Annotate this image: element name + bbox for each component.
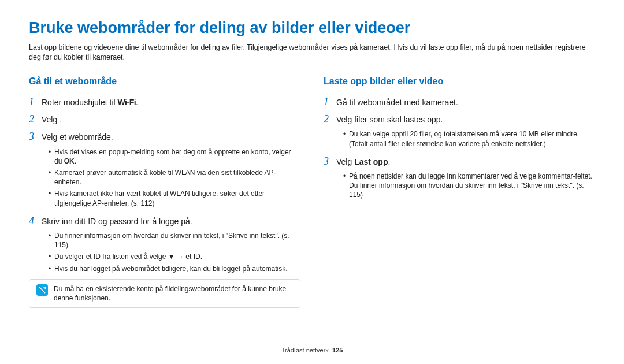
text-fragment: .: [75, 157, 76, 165]
step-number: 4: [29, 214, 42, 228]
text-fragment: .: [136, 98, 138, 107]
left-column: Gå til et webområde 1 Roter modushjulet …: [29, 75, 300, 308]
step-text: Gå til webområdet med kameraet.: [336, 97, 458, 108]
bullet-item: Kameraet prøver automatisk å koble til W…: [49, 168, 300, 187]
left-step-1: 1 Roter modushjulet til Wi-Fi.: [29, 95, 300, 109]
bullet-item: Hvis kameraet ikke har vært koblet til W…: [49, 189, 300, 207]
note-icon: [36, 284, 48, 296]
note-text: Du må ha en eksisterende konto på fildel…: [54, 284, 293, 303]
left-step-3: 3 Velg et webområde.: [29, 129, 300, 143]
right-step-2-bullets: Du kan velge opptil 20 filer, og totalst…: [343, 129, 595, 148]
bullet-item: Du kan velge opptil 20 filer, og totalst…: [343, 129, 595, 148]
note-box: Du må ha en eksisterende konto på fildel…: [29, 279, 300, 308]
two-column-layout: Gå til et webområde 1 Roter modushjulet …: [29, 75, 595, 308]
footer-section: Trådløst nettverk: [281, 347, 329, 354]
left-step-3-bullets: Hvis det vises en popup-melding som ber …: [49, 147, 300, 208]
bullet-item: Du finner informasjon om hvordan du skri…: [49, 231, 300, 250]
intro-text: Last opp bildene og videoene dine til we…: [29, 43, 595, 62]
bullet-item: Du velger et ID fra listen ved å velge ▼…: [49, 252, 300, 261]
right-column: Laste opp bilder eller video 1 Gå til we…: [324, 75, 595, 308]
footer-page-number: 125: [332, 347, 343, 354]
text-fragment: Roter modushjulet til: [42, 98, 118, 107]
left-heading: Gå til et webområde: [29, 75, 300, 88]
step-number: 2: [29, 112, 42, 126]
step-text: Velg .: [42, 114, 62, 125]
text-fragment: Hvis det vises en popup-melding som ber …: [54, 148, 291, 165]
step-text: Skriv inn ditt ID og passord for å logge…: [42, 216, 192, 227]
bold-text: Last opp: [354, 157, 388, 166]
step-number: 1: [29, 95, 42, 109]
text-fragment: .: [388, 157, 390, 166]
right-heading: Laste opp bilder eller video: [324, 75, 595, 88]
page-title: Bruke webområder for deling av bilder el…: [29, 17, 595, 38]
left-step-4: 4 Skriv inn ditt ID og passord for å log…: [29, 214, 300, 228]
bullet-item: Hvis du har logget på webområdet tidlige…: [49, 264, 300, 273]
step-number: 3: [29, 129, 42, 143]
bold-text: OK: [64, 157, 75, 165]
bullet-item: På noen nettsider kan du legge inn komme…: [343, 172, 595, 200]
step-text: Velg Last opp.: [336, 157, 390, 168]
left-step-4-bullets: Du finner informasjon om hvordan du skri…: [49, 231, 300, 273]
right-step-2: 2 Velg filer som skal lastes opp.: [324, 112, 595, 126]
page-footer: Trådløst nettverk 125: [0, 346, 624, 355]
left-step-2: 2 Velg .: [29, 112, 300, 126]
right-step-3-bullets: På noen nettsider kan du legge inn komme…: [343, 172, 595, 200]
wifi-label: Wi-Fi: [118, 98, 136, 107]
text-fragment: Velg: [336, 157, 354, 166]
step-text: Velg et webområde.: [42, 132, 113, 143]
step-number: 2: [324, 112, 336, 126]
step-number: 3: [324, 154, 336, 168]
right-step-3: 3 Velg Last opp.: [324, 154, 595, 168]
right-step-1: 1 Gå til webområdet med kameraet.: [324, 95, 595, 109]
bullet-item: Hvis det vises en popup-melding som ber …: [49, 147, 300, 166]
step-text: Roter modushjulet til Wi-Fi.: [42, 97, 138, 108]
step-number: 1: [324, 95, 336, 109]
step-text: Velg filer som skal lastes opp.: [336, 114, 443, 125]
